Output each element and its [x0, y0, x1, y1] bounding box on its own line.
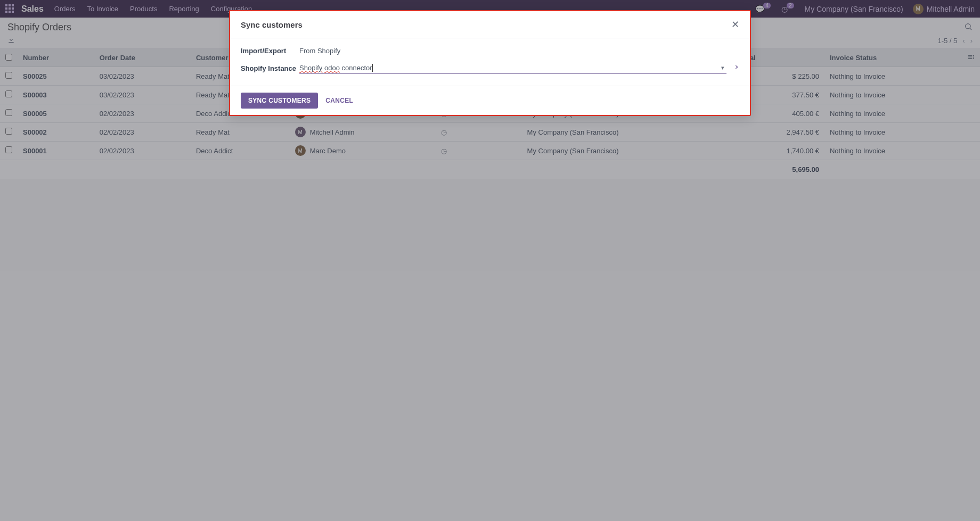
cancel-button[interactable]: CANCEL: [325, 97, 353, 104]
sync-customers-modal: Sync customers ✕ Import/Export From Shop…: [229, 10, 751, 116]
close-icon[interactable]: ✕: [731, 19, 739, 30]
modal-body: Import/Export From Shopify Shopify Insta…: [230, 38, 750, 86]
dropdown-caret-icon[interactable]: ▾: [719, 64, 726, 71]
sync-customers-button[interactable]: SYNC CUSTOMERS: [241, 93, 318, 109]
modal-header: Sync customers ✕: [230, 11, 750, 38]
import-export-value: From Shopify: [299, 47, 340, 55]
import-export-label: Import/Export: [241, 47, 299, 55]
modal-title: Sync customers: [241, 20, 303, 29]
modal-footer: SYNC CUSTOMERS CANCEL: [230, 86, 750, 115]
shopify-instance-label: Shopify Instance: [241, 62, 299, 72]
external-link-icon[interactable]: [731, 63, 739, 73]
shopify-instance-field[interactable]: Shopify odoo connector​ ▾: [299, 62, 726, 74]
shopify-instance-input[interactable]: Shopify odoo connector​: [299, 62, 719, 73]
